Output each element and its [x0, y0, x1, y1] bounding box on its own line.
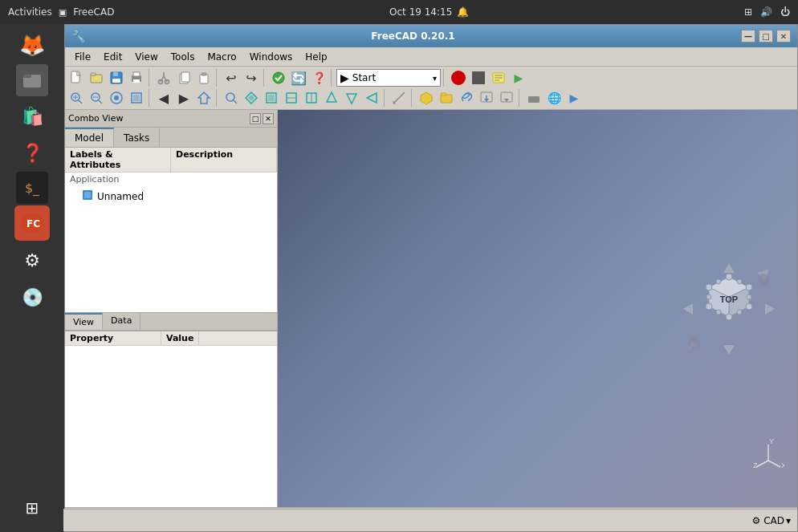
navigation-cube[interactable]: TOP — [677, 257, 781, 361]
combo-close-button[interactable]: ✕ — [263, 113, 274, 124]
macro-edit-button[interactable] — [489, 68, 508, 87]
tab-view[interactable]: View — [65, 313, 103, 330]
sidebar-disc[interactable]: 💿 — [14, 279, 50, 315]
freecad-label: FreeCAD — [73, 6, 114, 18]
more-button[interactable] — [497, 88, 516, 108]
svg-rect-21 — [200, 75, 208, 83]
menu-view[interactable]: View — [128, 50, 164, 64]
link-button[interactable] — [457, 88, 476, 108]
start-dropdown[interactable]: ▶ Start ▾ — [336, 69, 441, 87]
view-top-button[interactable] — [282, 88, 301, 108]
view-bottom-button[interactable] — [342, 88, 361, 108]
view-front-button[interactable] — [262, 88, 281, 108]
zoom-fit-button[interactable] — [67, 88, 86, 108]
sidebar-files[interactable] — [16, 64, 48, 96]
play-button[interactable]: ▶ — [509, 68, 528, 87]
new-button[interactable] — [67, 68, 86, 87]
bell-icon[interactable]: 🔔 — [457, 6, 469, 18]
svg-text:Y: Y — [769, 437, 774, 445]
cad-dropdown-arrow[interactable]: ▾ — [786, 515, 791, 526]
record-button[interactable] — [449, 68, 468, 87]
sidebar-settings[interactable]: ⚙️ — [14, 242, 50, 278]
export-button[interactable] — [477, 88, 496, 108]
copy-button[interactable] — [174, 68, 193, 87]
svg-marker-61 — [484, 99, 489, 102]
menu-file[interactable]: File — [68, 50, 97, 64]
3dview-button[interactable] — [127, 88, 146, 108]
menu-help[interactable]: Help — [299, 50, 333, 64]
toolbar-area: ↩ ↪ 🔄 ❓ ▶ Start ▾ ▶ — [65, 67, 797, 110]
svg-point-36 — [114, 95, 119, 100]
tab-model[interactable]: Model — [65, 128, 114, 147]
app-icon: 🔧 — [71, 30, 85, 43]
view-iso-button[interactable] — [242, 88, 261, 108]
svg-line-41 — [234, 100, 237, 104]
svg-line-93 — [768, 461, 780, 467]
sidebar-store[interactable]: 🛍️ — [14, 98, 50, 133]
redo-button[interactable]: ↪ — [242, 68, 261, 87]
combo-restore-button[interactable]: □ — [250, 113, 261, 124]
smaller-button[interactable] — [524, 88, 544, 108]
print-button[interactable] — [127, 68, 146, 87]
svg-rect-9 — [113, 72, 118, 76]
measure-button[interactable] — [389, 88, 409, 108]
draw-style-button[interactable] — [107, 88, 126, 108]
view-left-button[interactable] — [362, 88, 381, 108]
view-right-button[interactable] — [302, 88, 321, 108]
tab-tasks[interactable]: Tasks — [114, 128, 160, 147]
tree-item-unnamed[interactable]: Unnamed — [65, 186, 277, 206]
forward-button[interactable]: ▶ — [174, 88, 193, 108]
svg-point-90 — [737, 310, 742, 315]
svg-point-80 — [706, 284, 712, 290]
property-panel: Property Value — [65, 331, 277, 507]
sidebar-terminal[interactable]: $_ — [16, 172, 48, 204]
close-button[interactable]: ✕ — [776, 30, 791, 43]
menu-tools[interactable]: Tools — [165, 50, 202, 64]
menu-macro[interactable]: Macro — [201, 50, 242, 64]
sidebar-firefox[interactable]: 🦊 — [14, 27, 50, 63]
undo-button[interactable]: ↩ — [222, 68, 241, 87]
svg-marker-52 — [367, 93, 377, 103]
check-button[interactable] — [269, 68, 288, 87]
open-button[interactable] — [87, 68, 106, 87]
window-title: FreeCAD 0.20.1 — [371, 30, 454, 42]
minimize-button[interactable]: — — [741, 30, 755, 43]
viewport[interactable]: TOP — [278, 110, 797, 507]
title-bar: 🔧 FreeCAD 0.20.1 — □ ✕ — [65, 25, 797, 47]
folder-button[interactable] — [437, 88, 456, 108]
svg-point-87 — [706, 294, 711, 299]
home-button[interactable] — [194, 88, 214, 108]
svg-rect-58 — [441, 93, 446, 95]
power-icon: ⏻ — [780, 6, 790, 18]
sidebar-freecad[interactable]: FC — [14, 205, 50, 241]
navigate-button[interactable]: ▶ — [564, 88, 584, 108]
help-button[interactable]: ❓ — [309, 68, 328, 87]
cad-status-bar: ⚙️ CAD ▾ — [63, 509, 797, 531]
sidebar-apps[interactable]: ⊞ — [14, 490, 50, 526]
volume-icon: 🔊 — [760, 6, 772, 18]
menu-edit[interactable]: Edit — [97, 50, 128, 64]
view-rear-button[interactable] — [322, 88, 341, 108]
svg-point-81 — [746, 284, 752, 290]
svg-line-53 — [393, 92, 405, 104]
svg-marker-43 — [248, 95, 254, 101]
stop-button[interactable] — [469, 68, 488, 87]
view-data-tabs: View Data — [65, 313, 277, 331]
back-button[interactable]: ◀ — [154, 88, 173, 108]
maximize-button[interactable]: □ — [759, 30, 773, 43]
zoom-region-button[interactable] — [222, 88, 241, 108]
menu-bar: File Edit View Tools Macro Windows Help — [65, 47, 797, 67]
tree-item-unnamed-label: Unnamed — [97, 191, 144, 202]
save-button[interactable] — [107, 68, 126, 87]
web-button[interactable]: 🌐 — [544, 88, 564, 108]
paste-button[interactable] — [194, 68, 214, 87]
activities-label[interactable]: Activities — [8, 6, 52, 18]
part-button[interactable] — [417, 88, 436, 108]
refresh-button[interactable]: 🔄 — [289, 68, 308, 87]
menu-windows[interactable]: Windows — [243, 50, 299, 64]
tab-data[interactable]: Data — [103, 313, 140, 330]
sidebar-help[interactable]: ❓ — [14, 135, 50, 170]
svg-rect-12 — [133, 72, 140, 76]
zoom-out-button[interactable] — [87, 88, 106, 108]
cut-button[interactable] — [154, 68, 173, 87]
